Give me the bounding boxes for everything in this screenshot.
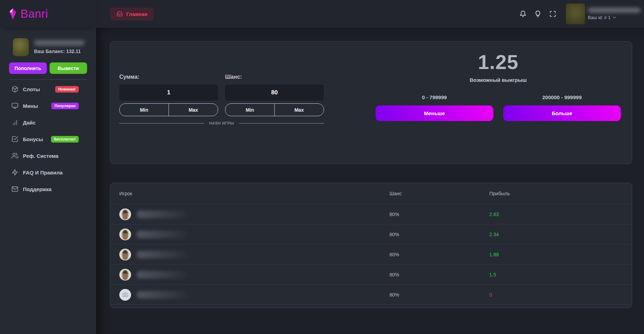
player-name-blurred — [137, 211, 189, 218]
zap-icon — [11, 169, 18, 176]
player-cell — [119, 208, 389, 220]
sidebar-item-label: FAQ И Правила — [23, 170, 63, 175]
wallet-buttons: Пополнить Вывести — [9, 62, 87, 74]
users-icon — [11, 152, 18, 159]
amount-min-button[interactable]: Min — [120, 104, 169, 116]
sidebar-header: Banri — [0, 0, 96, 28]
less-range-label: 0 - 799999 — [376, 94, 493, 100]
chevron-down-icon — [612, 15, 617, 20]
sidebar-item-referral[interactable]: Реф. Система — [0, 147, 96, 164]
free-badge: Бесплатно! — [51, 136, 79, 143]
player-name-blurred — [137, 251, 189, 258]
monitor-icon — [11, 102, 18, 109]
sidebar-item-mines[interactable]: Мины Популярно — [0, 97, 96, 114]
player-avatar — [119, 249, 131, 260]
sidebar-item-slots[interactable]: Слоты Новинка! — [0, 81, 96, 97]
more-column: 200000 - 999999 Больше — [503, 94, 621, 121]
amount-column: Сумма: Min Max — [119, 74, 218, 116]
bet-more-button[interactable]: Больше — [503, 105, 621, 121]
possible-win-label: Возможный выигрыш — [376, 77, 621, 83]
chance-min-button[interactable]: Min — [225, 104, 274, 116]
profit-cell: 1.88 — [489, 252, 623, 257]
multiplier-value: 1.25 — [376, 52, 621, 72]
amount-label: Сумма: — [119, 74, 218, 80]
player-name-blurred — [137, 231, 189, 238]
deposit-button[interactable]: Пополнить — [9, 62, 47, 74]
dice-game-panel: Сумма: Min Max Шанс: Min Max HASH ИГРЫ 1… — [110, 41, 632, 164]
player-name-blurred — [137, 291, 189, 299]
hash-games-label: HASH ИГРЫ — [209, 121, 234, 125]
profit-cell: 2.83 — [489, 212, 623, 217]
chance-max-button[interactable]: Max — [274, 104, 324, 116]
bet-less-button[interactable]: Меньше — [376, 105, 493, 121]
sidebar-item-label: Бонусы — [23, 136, 43, 142]
player-cell — [119, 229, 389, 240]
home-button[interactable]: Главная — [110, 8, 154, 20]
less-column: 0 - 799999 Меньше — [376, 94, 493, 121]
chance-cell: 80% — [389, 232, 489, 237]
withdraw-button[interactable]: Вывести — [50, 62, 87, 74]
player-cell — [119, 289, 389, 301]
table-row: 80% 1.88 — [110, 245, 632, 265]
chance-cell: 80% — [389, 272, 489, 277]
win-section: 1.25 Возможный выигрыш 0 - 799999 Меньше… — [376, 52, 621, 121]
player-avatar — [119, 269, 131, 281]
inbox-icon — [117, 11, 123, 17]
sidebar-divider — [9, 79, 87, 80]
sidebar-item-faq[interactable]: FAQ И Правила — [0, 164, 96, 181]
chance-label: Шанс: — [225, 74, 324, 80]
chance-cell: 80% — [389, 292, 489, 298]
bar-chart-icon — [11, 119, 18, 126]
chance-cell: 80% — [389, 212, 489, 217]
mail-icon — [11, 186, 18, 192]
cube-icon — [11, 86, 18, 93]
new-badge: Новинка! — [55, 86, 79, 93]
table-row: 80% 2.34 — [110, 224, 632, 245]
main-content: Сумма: Min Max Шанс: Min Max HASH ИГРЫ 1… — [96, 28, 644, 334]
player-cell — [119, 269, 389, 281]
sidebar-item-label: Слоты — [23, 86, 40, 92]
user-avatar — [13, 38, 29, 56]
profit-cell: 1.5 — [489, 272, 623, 277]
topbar-avatar[interactable] — [566, 3, 585, 24]
player-cell — [119, 249, 389, 260]
sidebar-item-label: Дайс — [23, 120, 36, 126]
sidebar-item-support[interactable]: Поддержка — [0, 181, 96, 197]
topbar-right: Ваш id: # 1 — [520, 3, 641, 24]
chance-cell: 80% — [389, 252, 489, 257]
chance-input[interactable] — [225, 85, 324, 101]
default-avatar — [119, 289, 131, 301]
sidebar-item-dice[interactable]: Дайс — [0, 114, 96, 131]
check-square-icon — [11, 136, 18, 143]
player-avatar — [119, 229, 131, 240]
sidebar-item-label: Поддержка — [23, 186, 52, 192]
player-avatar — [119, 208, 131, 220]
chance-column: Шанс: Min Max — [225, 74, 324, 116]
sidebar-item-bonuses[interactable]: Бонусы Бесплатно! — [0, 131, 96, 147]
home-button-label: Главная — [126, 11, 147, 17]
header-chance: Шанс — [389, 191, 489, 196]
balance-text: Ваш Баланс: 132.11 — [34, 49, 85, 54]
header-player: Игрок — [119, 191, 389, 196]
gem-icon — [8, 8, 17, 20]
profit-cell: 0 — [489, 292, 623, 298]
user-card: Ваш Баланс: 132.11 — [13, 38, 96, 56]
sidebar-item-label: Реф. Система — [23, 153, 59, 159]
table-row: 80% 0 — [110, 285, 632, 305]
brand-logo[interactable]: Banri — [8, 7, 48, 20]
username-blurred — [34, 40, 85, 45]
player-name-blurred — [137, 271, 189, 279]
bet-actions: 0 - 799999 Меньше 200000 - 999999 Больше — [376, 94, 621, 121]
topbar-user[interactable]: Ваш id: # 1 — [588, 8, 641, 20]
topbar-username-blurred — [588, 8, 641, 12]
amount-input[interactable] — [119, 85, 218, 101]
table-row: 80% 2.83 — [110, 204, 632, 224]
camera-icon — [123, 292, 128, 297]
sidebar-item-label: Мины — [23, 103, 38, 109]
fullscreen-icon[interactable] — [549, 10, 556, 17]
bell-icon[interactable] — [520, 10, 526, 17]
bet-form: Сумма: Min Max Шанс: Min Max — [119, 74, 324, 116]
amount-minmax: Min Max — [119, 103, 218, 116]
lightbulb-icon[interactable] — [534, 10, 541, 17]
amount-max-button[interactable]: Max — [169, 104, 218, 116]
